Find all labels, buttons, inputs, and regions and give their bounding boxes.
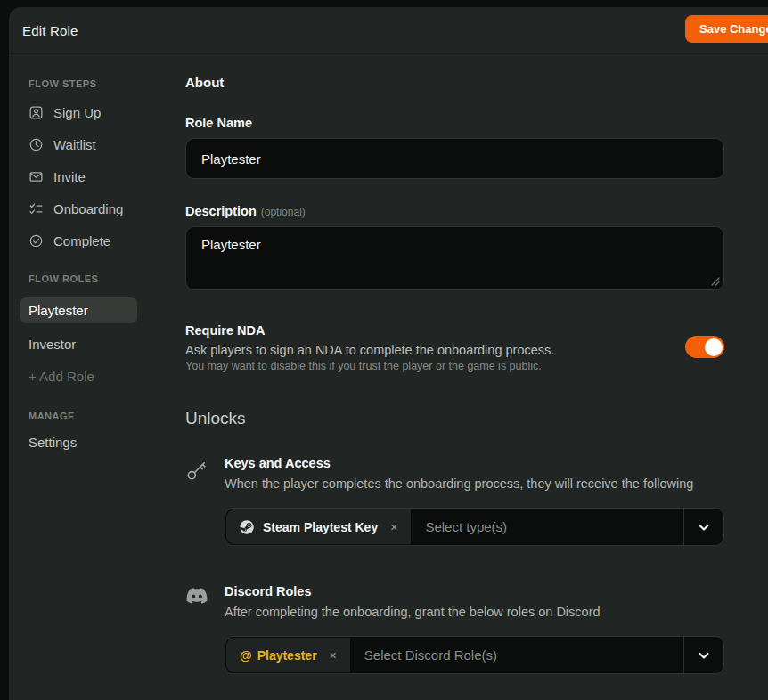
sidebar: FLOW STEPS Sign Up xyxy=(9,54,185,700)
require-nda-text: Require NDA Ask players to sign an NDA t… xyxy=(185,323,685,372)
discord-role-select-placeholder[interactable]: Select Discord Role(s) xyxy=(364,647,683,663)
description-field-wrap: Playtester xyxy=(185,226,724,290)
role-name-input[interactable] xyxy=(185,138,724,179)
modal-body: FLOW STEPS Sign Up xyxy=(9,54,768,700)
require-nda-description: Ask players to sign an NDA to complete t… xyxy=(185,343,667,357)
require-nda-label: Require NDA xyxy=(185,323,667,338)
steam-icon xyxy=(240,520,254,534)
discord-playtester-tag: @ Playtester × xyxy=(226,638,350,672)
remove-discord-role-icon[interactable]: × xyxy=(330,649,337,662)
description-textarea[interactable]: Playtester xyxy=(185,226,724,290)
discord-role-multiselect[interactable]: @ Playtester × Select Discord Role(s) xyxy=(225,636,724,674)
discord-icon xyxy=(185,584,225,674)
keys-and-access-section: Keys and Access When the player complete… xyxy=(185,456,724,546)
discord-role-dropdown-button[interactable] xyxy=(683,637,723,673)
clock-icon xyxy=(29,137,44,152)
mail-icon xyxy=(29,169,44,184)
add-role-button[interactable]: + Add Role xyxy=(29,369,185,384)
sidebar-role-playtester[interactable]: Playtester xyxy=(20,297,137,323)
sidebar-item-label: Complete xyxy=(53,233,110,248)
steam-key-tag-label: Steam Playtest Key xyxy=(263,520,378,534)
save-changes-button[interactable]: Save Changes xyxy=(685,15,768,43)
sidebar-item-label: Invite xyxy=(53,169,86,184)
unlocks-heading: Unlocks xyxy=(185,409,724,428)
sidebar-item-invite[interactable]: Invite xyxy=(29,167,185,186)
description-label: Description(optional) xyxy=(185,204,724,218)
manage-section: MANAGE Settings xyxy=(29,411,185,450)
toggle-knob xyxy=(705,338,723,356)
sidebar-item-waitlist[interactable]: Waitlist xyxy=(29,134,185,154)
discord-roles-body: Discord Roles After completing the onboa… xyxy=(225,584,724,674)
about-heading: About xyxy=(185,75,724,90)
sidebar-item-settings[interactable]: Settings xyxy=(29,435,185,450)
keys-and-access-body: Keys and Access When the player complete… xyxy=(225,456,724,546)
checklist-icon xyxy=(29,201,44,216)
role-name-label: Role Name xyxy=(185,116,724,130)
manage-section-label: MANAGE xyxy=(29,411,185,421)
discord-role-tag-label: Playtester xyxy=(257,648,317,663)
discord-roles-title: Discord Roles xyxy=(225,584,724,598)
require-nda-section: Require NDA Ask players to sign an NDA t… xyxy=(185,323,724,372)
keys-and-access-description: When the player completes the onboarding… xyxy=(225,476,724,491)
sidebar-item-onboarding[interactable]: Onboarding xyxy=(29,199,185,218)
discord-roles-description: After completing the onboarding, grant t… xyxy=(225,605,724,619)
chevron-down-icon xyxy=(697,520,711,534)
key-icon xyxy=(185,456,225,546)
sidebar-item-label: Waitlist xyxy=(53,137,96,152)
chevron-down-icon xyxy=(697,648,711,663)
require-nda-note: You may want to disable this if you trus… xyxy=(185,360,667,372)
key-type-multiselect[interactable]: Steam Playtest Key × Select type(s) xyxy=(225,508,724,546)
resize-grip-icon[interactable] xyxy=(711,277,720,286)
sidebar-item-complete[interactable]: Complete xyxy=(29,231,185,250)
description-optional-hint: (optional) xyxy=(261,206,306,218)
main-content: About Role Name Description(optional) Pl… xyxy=(185,54,724,700)
sidebar-item-sign-up[interactable]: Sign Up xyxy=(29,102,185,122)
edit-role-modal: Edit Role Save Changes FLOW STEPS Sign U… xyxy=(9,7,768,700)
flow-steps-section-label: FLOW STEPS xyxy=(29,78,185,89)
flow-roles-section: FLOW ROLES Playtester Investor + Add Rol… xyxy=(29,273,185,384)
sidebar-item-label: Sign Up xyxy=(53,105,101,120)
sidebar-role-investor[interactable]: Investor xyxy=(20,331,137,357)
remove-steam-key-icon[interactable]: × xyxy=(390,521,397,533)
keys-and-access-title: Keys and Access xyxy=(225,456,724,470)
signup-card-icon xyxy=(29,105,44,120)
page-title: Edit Role xyxy=(22,23,78,38)
key-type-select-placeholder[interactable]: Select type(s) xyxy=(425,519,683,534)
steam-playtest-key-tag: Steam Playtest Key × xyxy=(226,509,411,544)
key-type-dropdown-button[interactable] xyxy=(683,509,723,545)
at-sign-icon: @ xyxy=(240,648,252,663)
description-label-text: Description xyxy=(185,204,257,218)
modal-header: Edit Role Save Changes xyxy=(9,7,768,54)
sidebar-item-label: Onboarding xyxy=(53,201,123,216)
flow-roles-section-label: FLOW ROLES xyxy=(29,273,185,284)
check-circle-icon xyxy=(29,233,44,248)
discord-roles-section: Discord Roles After completing the onboa… xyxy=(185,584,724,674)
require-nda-toggle[interactable] xyxy=(685,336,724,358)
